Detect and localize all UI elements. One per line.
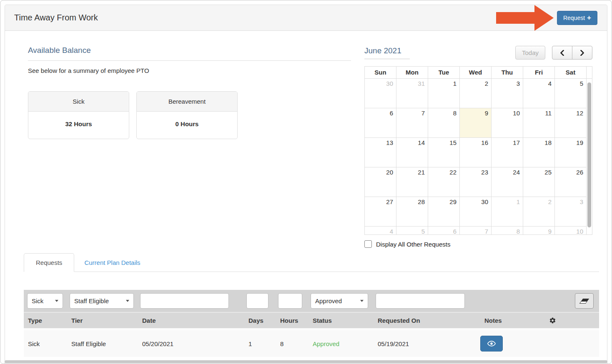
tier-filter-value: Staff Eligible xyxy=(74,297,109,304)
date-filter-input[interactable] xyxy=(140,293,229,309)
caret-down-icon xyxy=(55,300,58,302)
calendar-scrollbar[interactable] xyxy=(587,82,591,227)
column-header-hours[interactable]: Hours xyxy=(276,317,309,324)
calendar-day-header: Thu xyxy=(492,67,523,79)
cell-type: Sick xyxy=(24,340,67,347)
balance-card-value: 0 Hours xyxy=(137,112,237,139)
calendar-cell[interactable]: 9 xyxy=(523,227,555,235)
calendar-cell[interactable]: 21 xyxy=(396,167,428,197)
panel-header: Time Away From Work Request + xyxy=(5,5,607,31)
tab-current-plan-details[interactable]: Current Plan Details xyxy=(74,254,150,272)
calendar-cell[interactable]: 1 xyxy=(492,197,523,227)
calendar-cell[interactable]: 27 xyxy=(365,197,396,227)
calendar-cell[interactable]: 15 xyxy=(428,138,460,167)
calendar: SunMonTueWedThuFriSat3031123456789101112… xyxy=(364,66,592,235)
calendar-cell[interactable]: 31 xyxy=(396,79,428,108)
calendar-cell[interactable]: 7 xyxy=(460,227,492,235)
chevron-left-icon xyxy=(560,50,564,56)
calendar-cell[interactable]: 19 xyxy=(555,138,587,167)
requested-on-filter-input[interactable] xyxy=(376,293,465,309)
calendar-cell[interactable]: 11 xyxy=(523,108,555,138)
calendar-cell[interactable]: 13 xyxy=(365,138,396,167)
today-button[interactable]: Today xyxy=(515,46,545,60)
calendar-cell[interactable]: 2 xyxy=(523,197,555,227)
plus-icon: + xyxy=(587,14,591,21)
balance-cards: Sick 32 Hours Bereavement 0 Hours xyxy=(28,91,351,139)
calendar-cell[interactable]: 10 xyxy=(555,227,587,235)
calendar-cell[interactable]: 7 xyxy=(396,108,428,138)
calendar-cell[interactable]: 26 xyxy=(555,167,587,197)
balance-subtitle: See below for a summary of employee PTO xyxy=(28,67,351,74)
calendar-cell[interactable]: 17 xyxy=(492,138,523,167)
calendar-cell[interactable]: 5 xyxy=(555,79,587,108)
calendar-scroll-lane xyxy=(587,227,592,235)
days-filter-input[interactable] xyxy=(246,293,268,309)
arrow-body xyxy=(496,12,534,24)
type-filter-select[interactable]: Sick xyxy=(27,293,63,309)
calendar-cell[interactable]: 8 xyxy=(428,108,460,138)
calendar-cell[interactable]: 24 xyxy=(492,167,523,197)
column-header-days[interactable]: Days xyxy=(244,317,276,324)
tab-requests[interactable]: Requests xyxy=(24,253,74,272)
calendar-cell[interactable]: 25 xyxy=(523,167,555,197)
calendar-cell[interactable]: 30 xyxy=(365,79,396,108)
display-all-other-requests-checkbox[interactable] xyxy=(364,240,372,248)
calendar-cell[interactable]: 18 xyxy=(523,138,555,167)
clear-filters-button[interactable] xyxy=(575,293,594,309)
column-header-type[interactable]: Type xyxy=(24,317,67,324)
calendar-day-header: Fri xyxy=(523,67,555,79)
calendar-cell[interactable]: 14 xyxy=(396,138,428,167)
caret-down-icon xyxy=(360,300,364,302)
column-header-notes[interactable]: Notes xyxy=(480,317,539,324)
calendar-cell[interactable]: 3 xyxy=(555,197,587,227)
request-button[interactable]: Request + xyxy=(557,11,597,25)
column-header-tier[interactable]: Tier xyxy=(67,317,138,324)
calendar-next-button[interactable] xyxy=(572,46,592,60)
balance-card-sick: Sick 32 Hours xyxy=(28,91,129,139)
cell-date: 05/20/2021 xyxy=(138,340,244,347)
time-away-panel: Time Away From Work Request + Available … xyxy=(5,5,607,364)
calendar-day-header: Wed xyxy=(460,67,492,79)
horizontal-scrollbar[interactable] xyxy=(5,360,607,363)
status-filter-value: Approved xyxy=(315,297,342,304)
calendar-scroll-lane xyxy=(587,67,592,79)
calendar-prev-button[interactable] xyxy=(552,46,572,60)
calendar-cell[interactable]: 8 xyxy=(492,227,523,235)
filter-bar: Sick Staff Eligible Approved xyxy=(24,290,599,312)
balance-card-label: Sick xyxy=(28,92,129,112)
calendar-cell[interactable]: 20 xyxy=(365,167,396,197)
calendar-cell[interactable]: 5 xyxy=(396,227,428,235)
calendar-cell[interactable]: 4 xyxy=(365,227,396,235)
column-header-date[interactable]: Date xyxy=(138,317,244,324)
calendar-cell[interactable]: 1 xyxy=(428,79,460,108)
calendar-day-header: Tue xyxy=(428,67,460,79)
calendar-cell-today[interactable]: 9 xyxy=(460,108,492,138)
calendar-cell[interactable]: 28 xyxy=(396,197,428,227)
calendar-cell[interactable]: 23 xyxy=(460,167,492,197)
calendar-section: June 2021 Today SunMonTueWedThuFri xyxy=(364,46,592,248)
calendar-cell[interactable]: 10 xyxy=(492,108,523,138)
balance-card-label: Bereavement xyxy=(137,92,237,112)
calendar-cell[interactable]: 16 xyxy=(460,138,492,167)
hours-filter-input[interactable] xyxy=(278,293,302,309)
column-header-requested-on[interactable]: Requested On xyxy=(374,317,480,324)
grid-settings-button[interactable] xyxy=(539,317,599,324)
status-filter-select[interactable]: Approved xyxy=(311,293,368,309)
calendar-cell[interactable]: 6 xyxy=(428,227,460,235)
calendar-cell[interactable]: 6 xyxy=(365,108,396,138)
available-balance-heading: Available Balance xyxy=(28,46,351,61)
balance-card-value: 32 Hours xyxy=(28,112,129,139)
table-row[interactable]: Sick Staff Eligible 05/20/2021 1 8 Appro… xyxy=(24,328,599,357)
tab-bar: Requests Current Plan Details xyxy=(24,253,599,272)
calendar-cell[interactable]: 3 xyxy=(492,79,523,108)
calendar-cell[interactable]: 2 xyxy=(460,79,492,108)
view-notes-button[interactable] xyxy=(480,336,503,352)
calendar-cell[interactable]: 22 xyxy=(428,167,460,197)
column-header-status[interactable]: Status xyxy=(309,317,374,324)
calendar-cell[interactable]: 4 xyxy=(523,79,555,108)
tier-filter-select[interactable]: Staff Eligible xyxy=(70,293,134,309)
calendar-cell[interactable]: 29 xyxy=(428,197,460,227)
cell-status: Approved xyxy=(309,340,374,347)
calendar-cell[interactable]: 30 xyxy=(460,197,492,227)
calendar-cell[interactable]: 12 xyxy=(555,108,587,138)
